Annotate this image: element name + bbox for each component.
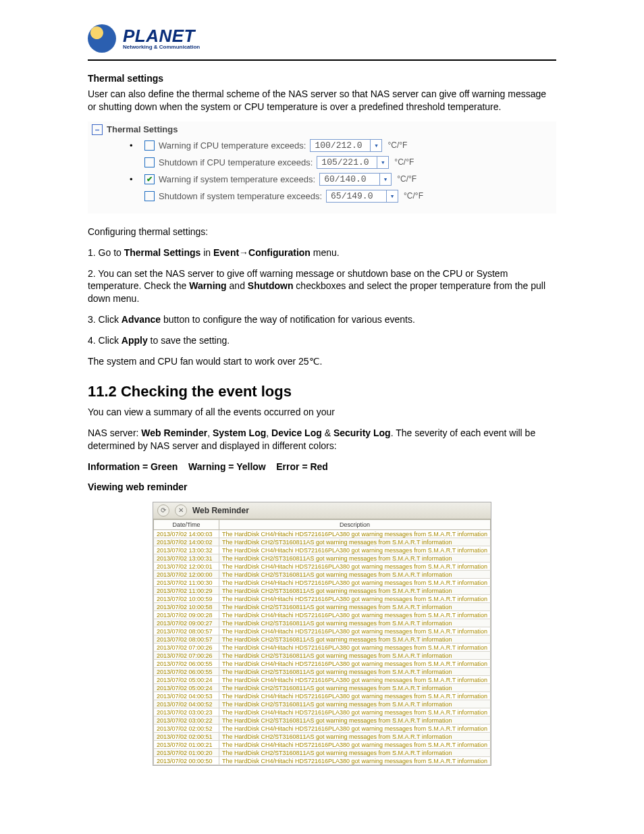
table-row: 2013/07/02 11:00:30The HardDisk CH4/Hita… <box>154 579 491 587</box>
cell-description: The HardDisk CH2/ST3160811AS got warning… <box>219 587 490 595</box>
col-datetime: Date/Time <box>154 520 219 530</box>
chevron-down-icon[interactable]: ▾ <box>377 157 388 168</box>
option-checkbox[interactable] <box>144 140 155 151</box>
cell-description: The HardDisk CH4/Hitachi HDS721616PLA380… <box>219 741 490 749</box>
table-row: 2013/07/02 05:00:24The HardDisk CH2/ST31… <box>154 684 491 692</box>
cell-datetime: 2013/07/02 02:00:51 <box>154 733 219 741</box>
table-row: 2013/07/02 05:00:24The HardDisk CH4/Hita… <box>154 676 491 684</box>
cell-datetime: 2013/07/02 03:00:22 <box>154 716 219 725</box>
table-row: 2013/07/02 08:00:57The HardDisk CH2/ST31… <box>154 635 491 644</box>
cell-description: The HardDisk CH2/ST3160811AS got warning… <box>219 668 490 676</box>
cell-description: The HardDisk CH4/Hitachi HDS721616PLA380… <box>219 692 490 700</box>
cell-datetime: 2013/07/02 06:00:55 <box>154 668 219 676</box>
thermal-settings-panel: – Thermal Settings Warning if CPU temper… <box>88 122 556 213</box>
event-logs-heading: 11.2 Checking the event logs <box>88 383 556 400</box>
txt: Thermal Settings <box>124 247 201 258</box>
close-icon[interactable]: ✕ <box>175 504 187 517</box>
cell-description: The HardDisk CH2/ST3160811AS got warning… <box>219 749 490 757</box>
viewing-web-reminder: Viewing web reminder <box>88 481 556 494</box>
cell-datetime: 2013/07/02 12:00:01 <box>154 563 219 571</box>
cell-description: The HardDisk CH4/Hitachi HDS721616PLA380… <box>219 708 490 716</box>
thermal-heading: Thermal settings <box>88 73 556 84</box>
collapse-icon[interactable]: – <box>92 124 103 135</box>
option-label: Shutdown if system temperature exceeds: <box>159 191 322 201</box>
cell-description: The HardDisk CH2/ST3160811AS got warning… <box>219 684 490 692</box>
txt: NAS server: <box>88 427 141 438</box>
option-content: Warning if system temperature exceeds:60… <box>144 173 417 186</box>
bullet-icon <box>130 140 139 151</box>
log-term: Web Reminder <box>141 427 207 438</box>
option-label: Warning if system temperature exceeds: <box>159 174 315 184</box>
log-term: Security Log <box>333 427 391 438</box>
table-row: 2013/07/02 03:00:22The HardDisk CH2/ST31… <box>154 716 491 725</box>
page-header: PLANET Networking & Communication <box>88 24 556 61</box>
table-row: 2013/07/02 02:00:52The HardDisk CH4/Hita… <box>154 725 491 733</box>
col-description: Description <box>219 520 490 530</box>
dropdown-value: 105/221.0 <box>317 157 377 168</box>
window-titlebar: ⟳ ✕ Web Reminder <box>153 502 491 519</box>
table-row: 2013/07/02 10:00:58The HardDisk CH2/ST31… <box>154 603 491 611</box>
cell-datetime: 2013/07/02 04:00:53 <box>154 692 219 700</box>
cell-description: The HardDisk CH2/ST3160811AS got warning… <box>219 652 490 660</box>
table-row: 2013/07/02 08:00:57The HardDisk CH4/Hita… <box>154 627 491 635</box>
txt: Advance <box>122 314 161 325</box>
cell-datetime: 2013/07/02 02:00:52 <box>154 725 219 733</box>
table-row: 2013/07/02 07:00:26The HardDisk CH4/Hita… <box>154 644 491 652</box>
thermal-intro: User can also define the thermal scheme … <box>88 88 556 113</box>
thermal-option-row: Warning if CPU temperature exceeds:100/2… <box>130 139 552 152</box>
events-line2: NAS server: Web Reminder, System Log, De… <box>88 427 556 452</box>
table-row: 2013/07/02 04:00:52The HardDisk CH2/ST31… <box>154 700 491 708</box>
dropdown-value: 60/140.0 <box>320 174 379 185</box>
txt: menu. <box>311 247 340 258</box>
cell-datetime: 2013/07/02 10:00:59 <box>154 595 219 603</box>
table-row: 2013/07/02 02:00:51The HardDisk CH2/ST31… <box>154 733 491 741</box>
cell-datetime: 2013/07/02 07:00:26 <box>154 644 219 652</box>
cell-datetime: 2013/07/02 06:00:55 <box>154 660 219 668</box>
cell-datetime: 2013/07/02 10:00:58 <box>154 603 219 611</box>
step-2: 2. You can set the NAS server to give of… <box>88 267 556 306</box>
cell-description: The HardDisk CH4/Hitachi HDS721616PLA380… <box>219 579 490 587</box>
cell-datetime: 2013/07/02 13:00:32 <box>154 546 219 554</box>
chevron-down-icon[interactable]: ▾ <box>386 190 398 202</box>
web-reminder-table: Date/Time Description 2013/07/02 14:00:0… <box>153 519 491 765</box>
dropdown-value: 65/149.0 <box>327 190 386 202</box>
txt: and <box>227 280 248 291</box>
step-3: 3. Click Advance button to configure the… <box>88 313 556 326</box>
cell-datetime: 2013/07/02 04:00:52 <box>154 700 219 708</box>
txt: 1. Go to <box>88 247 124 258</box>
temperature-dropdown[interactable]: 60/140.0▾ <box>319 173 392 186</box>
table-row: 2013/07/02 11:00:29The HardDisk CH2/ST31… <box>154 587 491 595</box>
thermal-option-row: Warning if system temperature exceeds:60… <box>130 173 552 186</box>
cell-datetime: 2013/07/02 07:00:26 <box>154 652 219 660</box>
dropdown-value: 100/212.0 <box>311 140 370 151</box>
table-row: 2013/07/02 14:00:02The HardDisk CH2/ST31… <box>154 538 491 546</box>
option-content: Shutdown if CPU temperature exceeds:105/… <box>144 156 414 169</box>
cell-description: The HardDisk CH4/Hitachi HDS721616PLA380… <box>219 530 490 538</box>
planet-logo-icon <box>88 24 116 53</box>
option-content: Shutdown if system temperature exceeds:6… <box>144 190 423 203</box>
table-row: 2013/07/02 01:00:21The HardDisk CH4/Hita… <box>154 741 491 749</box>
unit-label: °C/°F <box>397 174 417 184</box>
option-checkbox[interactable] <box>144 191 155 201</box>
chevron-down-icon[interactable]: ▾ <box>379 174 391 185</box>
table-row: 2013/07/02 03:00:23The HardDisk CH4/Hita… <box>154 708 491 716</box>
option-checkbox[interactable] <box>144 174 155 184</box>
cell-description: The HardDisk CH4/Hitachi HDS721616PLA380… <box>219 546 490 554</box>
chevron-down-icon[interactable]: ▾ <box>370 140 381 151</box>
cell-datetime: 2013/07/02 09:00:27 <box>154 619 219 627</box>
cell-description: The HardDisk CH2/ST3160811AS got warning… <box>219 619 490 627</box>
cell-description: The HardDisk CH2/ST3160811AS got warning… <box>219 554 490 563</box>
table-row: 2013/07/02 06:00:55The HardDisk CH2/ST31… <box>154 668 491 676</box>
option-label: Warning if CPU temperature exceeds: <box>159 140 306 151</box>
option-checkbox[interactable] <box>144 157 155 167</box>
table-header-row: Date/Time Description <box>154 520 491 530</box>
cell-datetime: 2013/07/02 11:00:29 <box>154 587 219 595</box>
table-row: 2013/07/02 12:00:01The HardDisk CH4/Hita… <box>154 563 491 571</box>
step-4: 4. Click Apply to save the setting. <box>88 334 556 347</box>
temperature-dropdown[interactable]: 105/221.0▾ <box>317 156 389 169</box>
cell-description: The HardDisk CH2/ST3160811AS got warning… <box>219 733 490 741</box>
temperature-dropdown[interactable]: 65/149.0▾ <box>326 190 398 203</box>
temperature-dropdown[interactable]: 100/212.0▾ <box>310 139 382 152</box>
refresh-icon[interactable]: ⟳ <box>157 504 169 517</box>
cell-description: The HardDisk CH4/Hitachi HDS721616PLA380… <box>219 757 490 765</box>
